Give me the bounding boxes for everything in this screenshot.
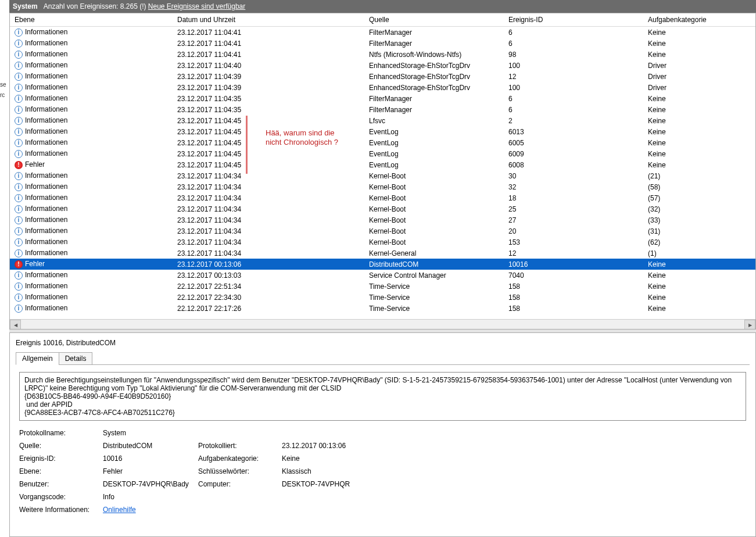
level-text: Fehler xyxy=(25,160,45,169)
eventid-cell: 6 xyxy=(504,106,643,114)
date-cell: 23.12.2017 11:04:45 xyxy=(173,117,364,125)
table-row[interactable]: iInformationen23.12.2017 11:04:35FilterM… xyxy=(10,93,755,104)
val-user: DESKTOP-74VPHQR\Bady xyxy=(103,480,196,488)
source-cell: FilterManager xyxy=(364,28,504,37)
table-row[interactable]: iInformationen23.12.2017 11:04:40Enhance… xyxy=(10,60,755,71)
source-cell: Kernel-Boot xyxy=(364,238,504,246)
table-row[interactable]: iInformationen23.12.2017 11:04:39Enhance… xyxy=(10,71,755,82)
task-cell: Driver xyxy=(643,62,755,70)
eventid-cell: 20 xyxy=(504,227,643,235)
table-row[interactable]: iInformationen22.12.2017 22:34:30Time-Se… xyxy=(10,292,755,303)
info-icon: i xyxy=(15,106,23,114)
online-help-link[interactable]: Onlinehilfe xyxy=(103,506,136,514)
event-description[interactable]: Durch die Berechtigungseinstellungen für… xyxy=(19,372,746,421)
task-cell: Keine xyxy=(643,51,755,59)
table-row[interactable]: iInformationen22.12.2017 22:17:26Time-Se… xyxy=(10,303,755,314)
level-text: Informationen xyxy=(25,171,67,180)
date-cell: 23.12.2017 11:04:41 xyxy=(173,51,364,59)
level-text: Informationen xyxy=(25,205,67,213)
table-row[interactable]: iInformationen23.12.2017 11:04:35FilterM… xyxy=(10,104,755,115)
task-cell: Keine xyxy=(643,106,755,114)
date-cell: 23.12.2017 11:04:45 xyxy=(173,150,364,158)
source-cell: EnhancedStorage-EhStorTcgDrv xyxy=(364,62,504,70)
table-row[interactable]: iInformationen22.12.2017 22:51:34Time-Se… xyxy=(10,281,755,292)
table-row[interactable]: iInformationen23.12.2017 11:04:34Kernel-… xyxy=(10,214,755,225)
table-row[interactable]: !Fehler23.12.2017 11:04:45EventLog6008Ke… xyxy=(10,159,755,170)
lbl-taskcat: Aufgabenkategorie: xyxy=(198,454,280,463)
table-row[interactable]: iInformationen23.12.2017 11:04:41FilterM… xyxy=(10,27,755,38)
source-cell: EnhancedStorage-EhStorTcgDrv xyxy=(364,73,504,81)
task-cell: (62) xyxy=(643,238,755,246)
event-list[interactable]: Ebene Datum und Uhrzeit Quelle Ereignis-… xyxy=(9,13,756,330)
table-row[interactable]: iInformationen23.12.2017 11:04:41Ntfs (M… xyxy=(10,49,755,60)
lbl-user: Benutzer: xyxy=(19,480,101,488)
info-icon: i xyxy=(15,40,23,48)
table-row[interactable]: iInformationen23.12.2017 11:04:39Enhance… xyxy=(10,82,755,93)
column-headers[interactable]: Ebene Datum und Uhrzeit Quelle Ereignis-… xyxy=(10,13,755,27)
eventid-cell: 100 xyxy=(504,62,643,70)
source-cell: Time-Service xyxy=(364,293,504,302)
date-cell: 23.12.2017 11:04:34 xyxy=(173,227,364,235)
table-row[interactable]: iInformationen23.12.2017 11:04:34Kernel-… xyxy=(10,237,755,248)
date-cell: 23.12.2017 11:04:34 xyxy=(173,183,364,191)
tab-details[interactable]: Details xyxy=(59,352,93,365)
table-row[interactable]: iInformationen23.12.2017 11:04:34Kernel-… xyxy=(10,203,755,214)
info-icon: i xyxy=(15,117,23,125)
col-level[interactable]: Ebene xyxy=(10,16,173,24)
task-cell: (31) xyxy=(643,227,755,235)
info-icon: i xyxy=(15,205,23,213)
date-cell: 23.12.2017 00:13:06 xyxy=(173,260,364,268)
val-logname: System xyxy=(103,429,196,437)
detail-tabs[interactable]: Allgemein Details xyxy=(16,352,750,365)
detail-body: Durch die Berechtigungseinstellungen für… xyxy=(16,365,750,514)
lbl-keywords: Schlüsselwörter: xyxy=(198,467,280,475)
task-cell: Keine xyxy=(643,305,755,313)
table-row[interactable]: iInformationen23.12.2017 11:04:45EventLo… xyxy=(10,148,755,159)
task-cell: (32) xyxy=(643,205,755,213)
table-row[interactable]: !Fehler23.12.2017 00:13:06DistributedCOM… xyxy=(10,259,755,270)
val-eventid: 10016 xyxy=(103,454,196,463)
val-taskcat: Keine xyxy=(282,454,746,463)
detail-field-grid: Protokollname: System Quelle: Distribute… xyxy=(19,429,746,514)
event-rows[interactable]: iInformationen23.12.2017 11:04:41FilterM… xyxy=(10,27,755,314)
annotation-bracket xyxy=(246,116,248,174)
level-text: Informationen xyxy=(25,28,67,36)
info-icon: i xyxy=(15,282,23,291)
level-text: Informationen xyxy=(25,194,67,202)
info-icon: i xyxy=(15,183,23,191)
col-datetime[interactable]: Datum und Uhrzeit xyxy=(173,16,364,24)
level-text: Informationen xyxy=(25,105,67,113)
source-cell: Kernel-Boot xyxy=(364,227,504,235)
source-cell: EnhancedStorage-EhStorTcgDrv xyxy=(364,84,504,92)
level-text: Informationen xyxy=(25,249,67,257)
eventid-cell: 12 xyxy=(504,249,643,257)
date-cell: 23.12.2017 11:04:34 xyxy=(173,216,364,224)
table-row[interactable]: iInformationen23.12.2017 11:04:34Kernel-… xyxy=(10,181,755,192)
task-cell: Keine xyxy=(643,271,755,280)
eventid-cell: 18 xyxy=(504,194,643,202)
col-source[interactable]: Quelle xyxy=(364,16,504,24)
task-cell: Keine xyxy=(643,161,755,169)
table-row[interactable]: iInformationen23.12.2017 11:04:45EventLo… xyxy=(10,126,755,137)
col-eventid[interactable]: Ereignis-ID xyxy=(504,16,643,24)
info-icon: i xyxy=(15,95,23,103)
source-cell: Kernel-Boot xyxy=(364,205,504,213)
table-row[interactable]: iInformationen23.12.2017 11:04:34Kernel-… xyxy=(10,192,755,203)
table-row[interactable]: iInformationen23.12.2017 11:04:45EventLo… xyxy=(10,137,755,148)
table-row[interactable]: iInformationen23.12.2017 11:04:34Kernel-… xyxy=(10,225,755,237)
table-row[interactable]: iInformationen23.12.2017 11:04:41FilterM… xyxy=(10,38,755,49)
info-icon: i xyxy=(15,62,23,70)
table-row[interactable]: iInformationen23.12.2017 11:04:45Lfsvc2K… xyxy=(10,115,755,126)
info-icon: i xyxy=(15,305,23,313)
hscrollbar[interactable]: ◀ ▶ xyxy=(10,319,755,330)
lbl-eventid: Ereignis-ID: xyxy=(19,454,101,463)
eventid-cell: 27 xyxy=(504,216,643,224)
table-row[interactable]: iInformationen23.12.2017 11:04:34Kernel-… xyxy=(10,248,755,259)
table-row[interactable]: iInformationen23.12.2017 11:04:34Kernel-… xyxy=(10,170,755,181)
date-cell: 23.12.2017 11:04:34 xyxy=(173,194,364,202)
col-taskcat[interactable]: Aufgabenkategorie xyxy=(643,16,755,24)
event-count: Anzahl von Ereignissen: 8.265 (!) Neue E… xyxy=(44,2,246,10)
table-row[interactable]: iInformationen23.12.2017 00:13:03Service… xyxy=(10,270,755,281)
detail-title: Ereignis 10016, DistributedCOM xyxy=(16,339,750,347)
tab-general[interactable]: Allgemein xyxy=(16,352,59,365)
